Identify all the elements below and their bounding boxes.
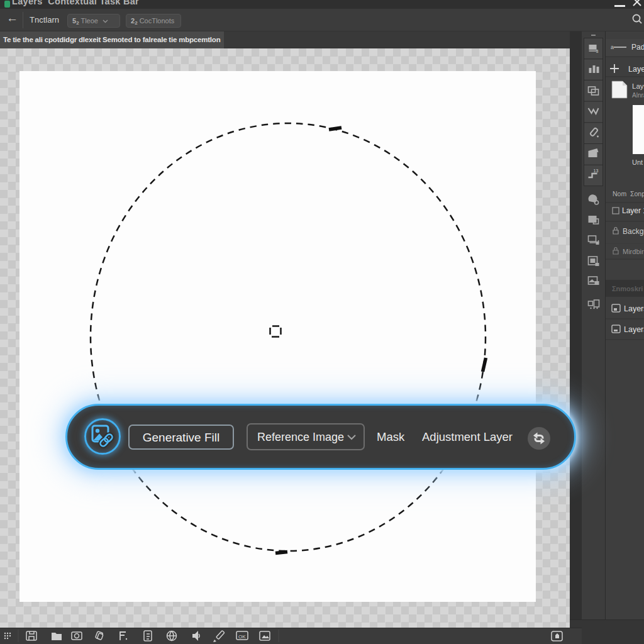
svg-text:Layers: Layers [628,65,644,74]
svg-text:Layer 1: Layer 1 [622,206,644,215]
svg-text:Mirdbiri: Mirdbiri [623,248,644,255]
svg-text:Unt: Unt [632,158,643,166]
svg-text:OK: OK [238,634,246,640]
svg-text:13: 13 [594,169,599,173]
svg-text:Padi: Padi [631,43,644,52]
svg-text:Σnmoskri: Σnmoskri [612,285,643,292]
svg-text:3: 3 [596,49,599,53]
svg-text:Layz: Layz [632,82,644,90]
svg-text:Layers: Layers [624,304,644,313]
svg-text:Layera: Layera [624,325,644,334]
svg-text:Alnra: Alnra [632,92,644,99]
svg-text:Nom Σonp: Nom Σonp [613,190,644,197]
svg-text:a: a [611,44,614,50]
svg-text:Backgr: Backgr [623,227,644,236]
